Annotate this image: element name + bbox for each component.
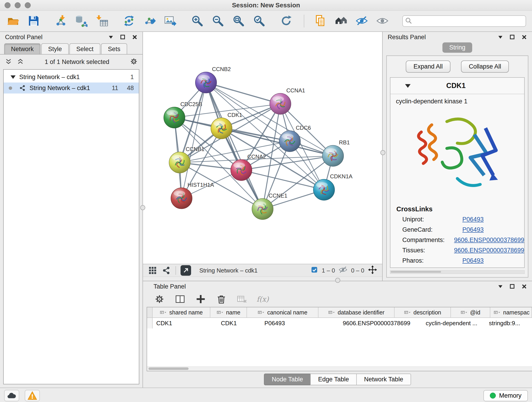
move-view-icon[interactable]: [368, 265, 377, 276]
cloud-button[interactable]: [4, 390, 19, 401]
zoom-in-button[interactable]: [190, 14, 204, 28]
column-header-shared-name[interactable]: shared name: [152, 307, 210, 317]
collapse-all-button[interactable]: Collapse All: [461, 61, 509, 73]
add-column-button[interactable]: [195, 293, 207, 305]
bottom-splitter-handle[interactable]: [335, 278, 340, 283]
refresh-view-button[interactable]: [279, 14, 293, 28]
left-splitter-handle[interactable]: [140, 205, 145, 210]
tab-sets[interactable]: Sets: [101, 43, 127, 55]
tab-select[interactable]: Select: [70, 43, 100, 55]
network-options-gear-icon[interactable]: [130, 57, 138, 66]
network-name[interactable]: String Network – cdk1: [30, 85, 90, 92]
column-header-name[interactable]: name: [210, 307, 247, 317]
import-table-from-file-button[interactable]: [95, 14, 109, 28]
network-node-CDK1[interactable]: [211, 118, 232, 139]
row-selector-gutter[interactable]: [147, 318, 152, 328]
maximize-panel-icon[interactable]: [510, 34, 515, 40]
table-horizontal-scrollbar[interactable]: [147, 366, 532, 371]
table-cell[interactable]: CDK1: [152, 318, 217, 328]
table-settings-gear-button[interactable]: [153, 293, 165, 305]
column-header-namespac[interactable]: namespac: [490, 307, 532, 317]
table-cell[interactable]: CDK1: [217, 318, 261, 328]
network-node-CCNA1[interactable]: [270, 93, 291, 114]
network-node-CDC6[interactable]: [279, 131, 301, 152]
scrollbar-thumb[interactable]: [148, 367, 189, 370]
scrollbar-thumb[interactable]: [391, 271, 441, 273]
crosslink-value-link[interactable]: P06493: [462, 216, 484, 223]
open-in-new-window-button[interactable]: [181, 265, 191, 276]
column-header--id[interactable]: @id: [451, 307, 490, 317]
show-panel-button[interactable]: [375, 14, 389, 28]
table-cell[interactable]: cyclin-dependent ...: [422, 318, 485, 328]
traffic-light-minimize[interactable]: [15, 2, 21, 8]
table-cell[interactable]: P06493: [261, 318, 339, 328]
tab-network[interactable]: Network: [4, 43, 41, 55]
import-network-from-file-button[interactable]: [54, 14, 68, 28]
column-options-icon[interactable]: [404, 310, 411, 314]
table-row[interactable]: CDK1CDK1P064939606.ENSP00000378699cyclin…: [147, 318, 532, 328]
traffic-light-zoom[interactable]: [25, 2, 31, 8]
column-header-database-identifier[interactable]: database identifier: [318, 307, 394, 317]
crosslink-value-link[interactable]: P06493: [462, 257, 484, 264]
crosslink-value-link[interactable]: 9606.ENSP00000378699: [454, 236, 524, 244]
float-panel-icon[interactable]: [498, 34, 503, 40]
hidden-eye-icon[interactable]: [339, 265, 347, 276]
column-header-canonical-name[interactable]: canonical name: [247, 307, 318, 317]
tab-string[interactable]: String: [443, 42, 472, 53]
tab-edge-table[interactable]: Edge Table: [310, 374, 357, 385]
save-session-button[interactable]: [27, 14, 41, 28]
collapse-entry-icon[interactable]: [405, 84, 411, 90]
network-node-CCNB2[interactable]: [196, 72, 217, 93]
new-network-button[interactable]: [122, 14, 136, 28]
show-columns-button[interactable]: [174, 293, 186, 305]
export-network-button[interactable]: [143, 14, 157, 28]
network-node-CCNA2[interactable]: [231, 160, 252, 181]
zoom-out-button[interactable]: [211, 14, 225, 28]
open-session-button[interactable]: [6, 14, 20, 28]
warnings-button[interactable]: [25, 390, 40, 401]
table-cell[interactable]: stringdb:9...: [485, 318, 532, 328]
results-horizontal-scrollbar[interactable]: [390, 270, 525, 274]
network-node-CCNB1[interactable]: [169, 152, 190, 173]
tab-network-table[interactable]: Network Table: [356, 374, 411, 385]
expand-all-button[interactable]: Expand All: [406, 61, 451, 73]
maximize-panel-icon[interactable]: [120, 34, 126, 40]
crosslink-value-link[interactable]: 9606.ENSP00000378699: [454, 247, 524, 254]
import-network-from-database-button[interactable]: [74, 14, 89, 28]
tab-node-table[interactable]: Node Table: [264, 374, 311, 385]
function-builder-button[interactable]: f(x): [257, 295, 269, 303]
network-name[interactable]: String Network – cdk1: [19, 74, 80, 81]
tab-style[interactable]: Style: [41, 43, 69, 55]
crosslink-value-link[interactable]: P06493: [462, 226, 484, 233]
network-node-HIST1H1A[interactable]: [171, 188, 192, 209]
delete-column-button[interactable]: [215, 293, 227, 305]
right-splitter-handle[interactable]: [380, 150, 385, 155]
export-image-button[interactable]: [163, 14, 177, 28]
traffic-light-close[interactable]: [5, 2, 11, 8]
close-panel-icon[interactable]: [132, 34, 138, 40]
network-node-CCNE1[interactable]: [252, 198, 273, 220]
memory-button[interactable]: Memory: [483, 390, 528, 401]
copy-document-button[interactable]: [313, 14, 328, 28]
network-overview-button[interactable]: [162, 266, 171, 275]
float-panel-icon[interactable]: [108, 34, 114, 40]
column-options-icon[interactable]: [328, 310, 336, 314]
expander-icon[interactable]: [11, 75, 16, 81]
zoom-selected-button[interactable]: [252, 14, 266, 28]
table-cell[interactable]: 9606.ENSP00000378699: [339, 318, 422, 328]
network-node-CDKN1A[interactable]: [313, 179, 335, 200]
network-collection-row[interactable]: String Network – cdk11: [4, 71, 139, 83]
maximize-panel-icon[interactable]: [510, 284, 515, 289]
zoom-fit-button[interactable]: [231, 14, 246, 28]
search-input[interactable]: [402, 15, 526, 27]
column-options-icon[interactable]: [258, 310, 265, 314]
close-panel-icon[interactable]: [521, 284, 527, 289]
column-options-icon[interactable]: [494, 310, 501, 314]
float-panel-icon[interactable]: [498, 284, 503, 289]
network-row[interactable]: String Network – cdk11148: [4, 83, 139, 94]
hide-unhide-button[interactable]: [355, 14, 369, 28]
column-options-icon[interactable]: [461, 310, 468, 314]
column-header-description[interactable]: description: [394, 307, 451, 317]
column-options-icon[interactable]: [160, 310, 167, 314]
network-node-CDC25B[interactable]: [164, 107, 185, 128]
